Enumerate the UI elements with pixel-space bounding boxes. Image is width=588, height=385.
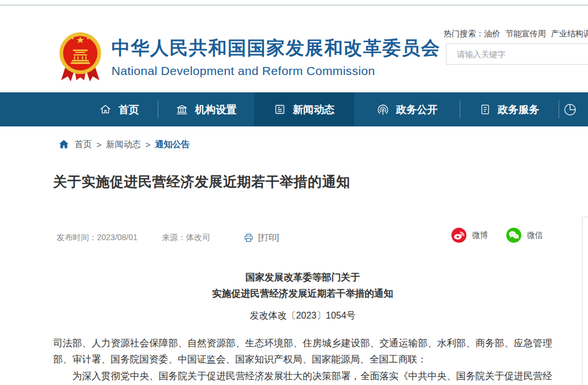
nav-item-interaction[interactable]	[559, 92, 588, 126]
hot-search-term[interactable]: 节能宣传周	[505, 29, 546, 38]
wechat-icon	[506, 227, 522, 243]
breadcrumb-item-news[interactable]: 新闻动态	[106, 139, 141, 150]
breadcrumb: 首页 > 新闻动态 > 通知公告	[58, 139, 190, 150]
body-paragraph: 司法部、人力资源社会保障部、自然资源部、生态环境部、住房城乡建设部、交通运输部、…	[53, 335, 552, 368]
hot-search-label: 热门搜索：	[444, 29, 484, 38]
search-input[interactable]	[446, 43, 588, 65]
ndrc-article-page: 中华人民共和国国家发展和改革委员会 National Development a…	[0, 0, 588, 385]
hot-search-term[interactable]: 油价	[484, 29, 500, 38]
article-source: 来源：体改司	[162, 233, 227, 243]
nav-separator	[460, 100, 460, 118]
nav-separator	[158, 100, 158, 118]
weibo-icon	[451, 227, 467, 243]
print-label: [打印]	[258, 233, 279, 243]
site-title-cn: 中华人民共和国国家发展和改革委员会	[111, 36, 441, 61]
home-icon[interactable]	[58, 139, 70, 150]
share-weibo-label: 微博	[472, 230, 488, 241]
publish-time-label: 发布时间：	[57, 233, 97, 242]
document-title: 国家发展改革委等部门关于 实施促进民营经济发展近期若干举措的通知	[53, 269, 552, 301]
side-panel-edge	[582, 216, 588, 385]
national-emblem-logo[interactable]	[58, 31, 103, 84]
nav-item-label: 机构设置	[195, 103, 237, 117]
share-wechat-label: 微信	[527, 230, 543, 241]
nav-item-services[interactable]: 政务服务	[460, 92, 559, 126]
site-title-block[interactable]: 中华人民共和国国家发展和改革委员会 National Development a…	[111, 36, 441, 78]
publish-time: 发布时间：2023/08/01	[57, 233, 162, 243]
hot-search-term[interactable]: 产业结构调整	[551, 29, 588, 38]
pie-chart-icon	[563, 102, 578, 117]
services-icon	[479, 103, 491, 115]
breadcrumb-item-home[interactable]: 首页	[75, 139, 92, 150]
main-nav: 首页 机构设置 新闻动态 政务公开 政务服务	[0, 92, 588, 126]
body-paragraph: 为深入贯彻党中央、国务院关于促进民营经济发展壮大的决策部署，全面落实《中共中央、…	[53, 368, 552, 385]
nav-item-label: 政务公开	[396, 103, 438, 117]
nav-item-home[interactable]: 首页	[81, 92, 158, 126]
site-title-en: National Development and Reform Commissi…	[111, 64, 441, 78]
source-value: 体改司	[186, 233, 210, 242]
news-icon	[274, 103, 286, 115]
printer-icon	[243, 233, 254, 243]
disclosure-icon	[377, 103, 389, 116]
document-title-line1: 国家发展改革委等部门关于	[53, 269, 552, 285]
hot-search-bar: 热门搜索：油价节能宣传周产业结构调整	[444, 29, 588, 39]
publish-time-value: 2023/08/01	[97, 233, 137, 242]
nav-separator	[559, 100, 559, 118]
document-body: 司法部、人力资源社会保障部、自然资源部、生态环境部、住房城乡建设部、交通运输部、…	[53, 335, 552, 385]
breadcrumb-separator: >	[96, 140, 102, 149]
share-bar: 微博 微信	[451, 227, 543, 243]
document-number: 发改体改〔2023〕1054号	[53, 310, 552, 322]
breadcrumb-separator: >	[146, 140, 151, 149]
institution-icon	[176, 103, 188, 116]
home-icon	[99, 103, 111, 115]
page-title: 关于实施促进民营经济发展近期若干举措的通知	[53, 173, 351, 191]
share-wechat-button[interactable]: 微信	[506, 227, 543, 243]
share-weibo-button[interactable]: 微博	[451, 227, 488, 243]
nav-item-news[interactable]: 新闻动态	[254, 92, 354, 126]
source-label: 来源：	[162, 233, 186, 242]
nav-item-label: 政务服务	[498, 103, 539, 117]
nav-item-label: 新闻动态	[293, 103, 334, 117]
breadcrumb-item-current: 通知公告	[155, 139, 190, 150]
article-meta-row: 发布时间：2023/08/01 来源：体改司 [打印]	[57, 230, 279, 245]
nav-item-organization[interactable]: 机构设置	[158, 92, 254, 126]
print-button[interactable]: [打印]	[243, 233, 279, 243]
top-divider	[0, 5, 588, 6]
document-title-line2: 实施促进民营经济发展近期若干举措的通知	[53, 285, 552, 301]
nav-item-disclosure[interactable]: 政务公开	[354, 92, 460, 126]
nav-item-label: 首页	[118, 103, 139, 117]
